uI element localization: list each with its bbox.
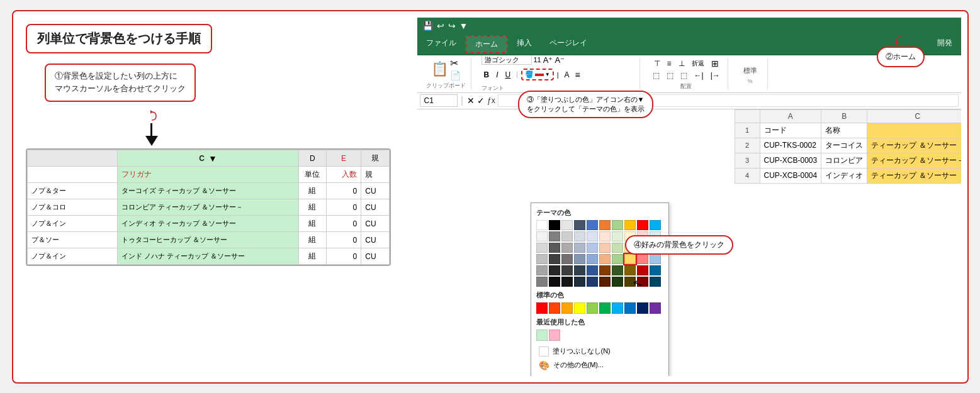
copy-icon[interactable]: 📄 (450, 70, 461, 80)
align-left-btn[interactable]: ⬚ (650, 70, 662, 81)
wrap-btn[interactable]: 折返 (689, 58, 707, 69)
color-swatch[interactable] (536, 243, 548, 253)
cell-b-3[interactable]: コロンビア (821, 153, 867, 168)
color-swatch[interactable] (637, 254, 648, 264)
color-swatch[interactable] (599, 220, 611, 230)
fill-color-area[interactable]: 🪣 ▼ (521, 69, 554, 80)
tab-page-layout[interactable]: ページレイ (541, 35, 596, 53)
color-swatch[interactable] (536, 265, 548, 275)
no-fill-item[interactable]: 塗りつぶしなし(N) (536, 345, 663, 358)
cell-c-3[interactable]: ティーカップ ＆ソーサー－ (867, 153, 961, 168)
color-swatch[interactable] (587, 277, 598, 287)
color-swatch[interactable] (536, 220, 548, 230)
tab-home[interactable]: ホーム (465, 35, 508, 53)
tab-dev[interactable]: 開発 (928, 35, 961, 53)
color-swatch[interactable] (637, 265, 648, 275)
color-swatch[interactable] (587, 243, 598, 253)
color-swatch[interactable] (561, 243, 573, 253)
color-swatch[interactable] (549, 254, 560, 264)
indent-dec-btn[interactable]: ←| (692, 70, 706, 81)
fx-icon[interactable]: ƒx (487, 96, 495, 105)
color-swatch[interactable] (599, 243, 611, 253)
align-top-btn[interactable]: ⊤ (651, 58, 663, 69)
font-increase-btn[interactable]: A⁺ (543, 55, 553, 65)
color-swatch[interactable] (574, 220, 585, 230)
confirm-icon[interactable]: ✓ (477, 96, 485, 106)
cell-a-1[interactable]: コード (760, 123, 821, 138)
color-swatch[interactable] (599, 265, 611, 275)
cell-b-2[interactable]: ターコイス (821, 138, 867, 153)
underline-btn[interactable]: U (503, 69, 514, 80)
name-box[interactable]: C1 (420, 94, 458, 107)
more-colors-item[interactable]: 🎨 その他の色(M)... (536, 358, 663, 372)
std-color-swatch[interactable] (612, 302, 623, 314)
align-bot-btn[interactable]: ⊥ (676, 58, 687, 69)
color-swatch[interactable] (574, 265, 585, 275)
color-swatch[interactable] (612, 231, 623, 241)
color-swatch[interactable] (574, 254, 585, 264)
std-color-swatch[interactable] (561, 302, 573, 314)
std-color-swatch[interactable] (599, 302, 611, 314)
cell-b-1[interactable]: 名称 (821, 123, 867, 138)
color-swatch[interactable] (574, 231, 585, 241)
color-swatch[interactable] (561, 220, 573, 230)
color-swatch[interactable] (612, 265, 623, 275)
color-swatch[interactable] (599, 277, 611, 287)
color-swatch[interactable] (650, 254, 661, 264)
color-swatch[interactable] (549, 243, 560, 253)
align-center-btn[interactable]: ⬚ (664, 70, 676, 81)
color-swatch[interactable] (599, 231, 611, 241)
save-icon[interactable]: 💾 (422, 21, 433, 31)
redo-icon[interactable]: ↪ (448, 21, 456, 31)
color-swatch[interactable] (561, 231, 573, 241)
std-color-swatch[interactable] (536, 302, 548, 314)
std-color-swatch[interactable] (574, 302, 585, 314)
color-swatch[interactable] (549, 231, 560, 241)
color-swatch[interactable] (624, 254, 636, 264)
color-swatch[interactable] (574, 243, 585, 253)
cell-c-4[interactable]: ティーカップ ＆ソーサー (867, 168, 961, 183)
fill-dropdown-arrow[interactable]: ▼ (545, 72, 550, 77)
color-swatch[interactable] (624, 220, 636, 230)
std-color-swatch[interactable] (587, 302, 598, 314)
color-swatch[interactable] (561, 265, 573, 275)
color-swatch[interactable] (599, 254, 611, 264)
color-swatch[interactable] (650, 220, 661, 230)
std-color-swatch[interactable] (624, 302, 636, 314)
color-swatch[interactable] (536, 231, 548, 241)
color-swatch[interactable] (587, 254, 598, 264)
color-swatch[interactable] (536, 277, 548, 287)
merge-btn[interactable]: ⊞ (709, 57, 721, 70)
std-color-swatch[interactable] (637, 302, 648, 314)
color-swatch[interactable] (624, 265, 636, 275)
color-swatch[interactable] (561, 277, 573, 287)
color-swatch[interactable] (536, 254, 548, 264)
color-swatch[interactable] (549, 265, 560, 275)
tab-file[interactable]: ファイル (417, 35, 465, 53)
color-swatch[interactable] (650, 277, 661, 287)
color-swatch[interactable] (637, 220, 648, 230)
cell-c-2[interactable]: ティーカップ ＆ソーサー (867, 138, 961, 153)
undo-icon[interactable]: ↩ (437, 21, 444, 31)
color-swatch[interactable] (549, 220, 560, 230)
color-swatch[interactable] (612, 220, 623, 230)
color-swatch[interactable] (587, 265, 598, 275)
customize-icon[interactable]: ▼ (459, 21, 468, 31)
cell-a-2[interactable]: CUP-TKS-0002 (760, 138, 821, 153)
cell-a-4[interactable]: CUP-XCB-0004 (760, 168, 821, 183)
color-swatch[interactable] (587, 231, 598, 241)
cut-icon[interactable]: ✂ (450, 57, 461, 69)
bold-btn[interactable]: B (482, 69, 492, 80)
color-swatch[interactable] (549, 277, 560, 287)
color-swatch[interactable] (612, 254, 623, 264)
recent-color-swatch[interactable] (536, 329, 548, 341)
color-swatch[interactable] (574, 277, 585, 287)
color-swatch[interactable] (587, 220, 598, 230)
cell-c-1[interactable] (867, 123, 961, 138)
color-swatch[interactable] (612, 277, 623, 287)
cell-a-3[interactable]: CUP-XCB-0003 (760, 153, 821, 168)
tab-insert[interactable]: 挿入 (508, 35, 541, 53)
color-swatch[interactable] (612, 243, 623, 253)
color-swatch[interactable] (561, 254, 573, 264)
align-right-btn[interactable]: ⬚ (678, 70, 690, 81)
